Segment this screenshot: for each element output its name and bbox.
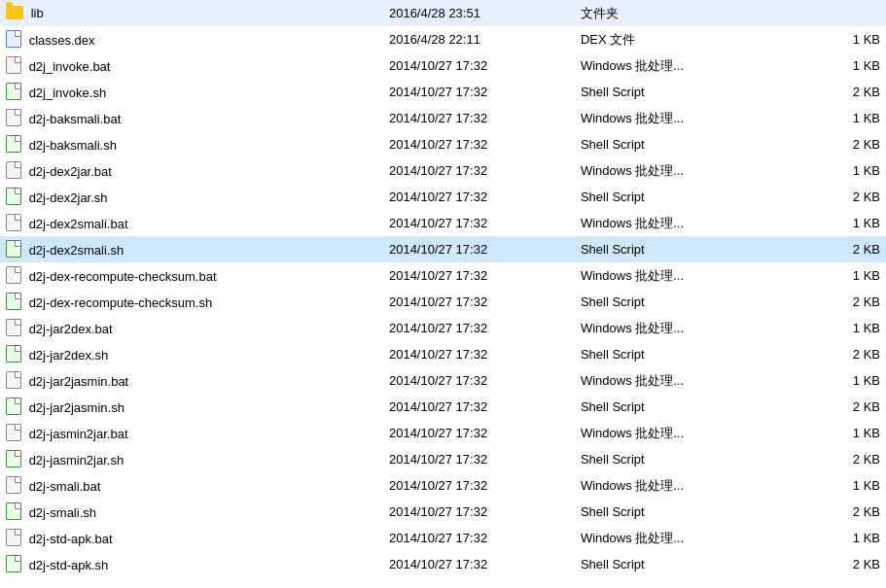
file-size: 2 KB <box>791 79 887 105</box>
file-date: 2014/10/27 17:32 <box>383 79 575 105</box>
table-row[interactable]: d2j-jasmin2jar.sh 2014/10/27 17:32 Shell… <box>0 446 886 472</box>
file-size: 2 KB <box>791 446 887 472</box>
file-size: 1 KB <box>791 157 887 184</box>
table-row[interactable]: d2j-jasmin2jar.bat 2014/10/27 17:32 Wind… <box>0 420 886 446</box>
file-name-cell: d2j-jar2dex.bat <box>0 315 383 341</box>
sh-icon <box>6 188 21 205</box>
sh-icon <box>6 398 21 415</box>
file-name-cell: d2j-smali.bat <box>0 472 383 499</box>
file-name-cell: d2j-jasmin2jar.sh <box>0 446 383 472</box>
file-name-cell: d2j-dex2jar.sh <box>0 184 383 210</box>
file-name: d2j-jasmin2jar.bat <box>29 426 128 440</box>
bat-icon <box>6 476 21 494</box>
file-size: 1 KB <box>791 105 887 131</box>
table-row[interactable]: d2j-jar2dex.bat 2014/10/27 17:32 Windows… <box>0 315 886 341</box>
file-name: d2j-dex-recompute-checksum.bat <box>29 268 217 283</box>
file-type: Shell Script <box>575 289 791 315</box>
file-date: 2014/10/27 17:32 <box>383 105 575 131</box>
table-row[interactable]: d2j-dex-recompute-checksum.sh 2014/10/27… <box>0 289 886 315</box>
sh-icon <box>6 450 21 467</box>
bat-icon <box>6 319 21 336</box>
file-size: 2 KB <box>791 184 887 210</box>
table-row[interactable]: lib 2016/4/28 23:51 文件夹 <box>0 0 886 26</box>
file-name-cell: d2j-jasmin2jar.bat <box>0 420 383 446</box>
bat-icon <box>6 424 21 441</box>
file-type: Shell Script <box>575 499 791 525</box>
table-row[interactable]: d2j-smali.bat 2014/10/27 17:32 Windows 批… <box>0 472 886 499</box>
file-name-cell: d2j-dex-recompute-checksum.bat <box>0 262 383 289</box>
table-row[interactable]: d2j-smali.sh 2014/10/27 17:32 Shell Scri… <box>0 499 886 525</box>
table-row[interactable]: d2j_invoke.sh 2014/10/27 17:32 Shell Scr… <box>0 79 886 105</box>
file-date: 2014/10/27 17:32 <box>383 499 575 525</box>
table-row[interactable]: d2j-baksmali.bat 2014/10/27 17:32 Window… <box>0 105 886 131</box>
file-date: 2014/10/27 17:32 <box>383 525 575 551</box>
file-date: 2014/10/27 17:32 <box>383 315 575 341</box>
file-name-cell: classes.dex <box>0 26 383 52</box>
file-date: 2014/10/27 17:32 <box>383 394 575 420</box>
file-type: Windows 批处理... <box>575 262 791 289</box>
file-name-cell: d2j-std-apk.sh <box>0 551 383 577</box>
file-type: DEX 文件 <box>575 26 791 52</box>
file-name: d2j-baksmali.bat <box>29 111 122 125</box>
file-date: 2014/10/27 17:32 <box>383 236 575 262</box>
table-row[interactable]: d2j-std-apk.sh 2014/10/27 17:32 Shell Sc… <box>0 551 886 577</box>
file-name-cell: d2j-dex2jar.bat <box>0 157 383 184</box>
bat-icon <box>6 529 21 546</box>
file-size: 1 KB <box>791 26 887 52</box>
file-name: d2j-jasmin2jar.sh <box>29 452 124 467</box>
file-name-cell: d2j-dex2smali.bat <box>0 210 383 236</box>
file-size: 2 KB <box>791 551 887 577</box>
file-name: classes.dex <box>29 32 95 47</box>
file-date: 2014/10/27 17:32 <box>383 472 575 499</box>
file-name: d2j-std-apk.sh <box>29 557 109 571</box>
file-date: 2016/4/28 22:11 <box>383 26 575 52</box>
file-name-cell: d2j_invoke.sh <box>0 79 383 105</box>
file-date: 2014/10/27 17:32 <box>383 367 575 394</box>
file-type: Windows 批处理... <box>575 210 791 236</box>
table-row[interactable]: d2j_invoke.bat 2014/10/27 17:32 Windows … <box>0 52 886 79</box>
table-row[interactable]: d2j-std-apk.bat 2014/10/27 17:32 Windows… <box>0 525 886 551</box>
file-name-cell: d2j-dex-recompute-checksum.sh <box>0 289 383 315</box>
file-date: 2014/10/27 17:32 <box>383 184 575 210</box>
sh-icon <box>6 345 21 363</box>
file-name-cell: lib <box>0 0 383 26</box>
file-date: 2014/10/27 17:32 <box>383 262 575 289</box>
file-name-cell: d2j-smali.sh <box>0 499 383 525</box>
file-type: Windows 批处理... <box>575 420 791 446</box>
file-type: Windows 批处理... <box>575 472 791 499</box>
sh-icon <box>6 240 21 258</box>
sh-icon <box>6 293 21 310</box>
bat-icon <box>6 214 21 231</box>
file-size: 2 KB <box>791 499 887 525</box>
table-row[interactable]: d2j-dex2smali.bat 2014/10/27 17:32 Windo… <box>0 210 886 236</box>
file-type: 文件夹 <box>575 0 791 26</box>
file-size: 1 KB <box>791 262 887 289</box>
table-row[interactable]: d2j-jar2jasmin.sh 2014/10/27 17:32 Shell… <box>0 394 886 420</box>
file-size: 1 KB <box>791 420 887 446</box>
file-size <box>791 0 887 26</box>
file-size: 2 KB <box>791 236 887 262</box>
table-row[interactable]: d2j-dex2jar.sh 2014/10/27 17:32 Shell Sc… <box>0 184 886 210</box>
table-row[interactable]: d2j-dex-recompute-checksum.bat 2014/10/2… <box>0 262 886 289</box>
table-row[interactable]: d2j-baksmali.sh 2014/10/27 17:32 Shell S… <box>0 131 886 157</box>
file-date: 2014/10/27 17:32 <box>383 210 575 236</box>
folder-icon <box>6 6 23 19</box>
file-type: Shell Script <box>575 131 791 157</box>
file-type: Shell Script <box>575 184 791 210</box>
file-type: Windows 批处理... <box>575 367 791 394</box>
file-date: 2014/10/27 17:32 <box>383 420 575 446</box>
file-date: 2016/4/28 23:51 <box>383 0 575 26</box>
bat-icon <box>6 56 21 74</box>
table-row[interactable]: d2j-jar2jasmin.bat 2014/10/27 17:32 Wind… <box>0 367 886 394</box>
file-name: d2j-jar2dex.sh <box>29 347 109 362</box>
bat-icon <box>6 109 21 126</box>
file-size: 2 KB <box>791 394 887 420</box>
table-row[interactable]: d2j-jar2dex.sh 2014/10/27 17:32 Shell Sc… <box>0 341 886 367</box>
file-date: 2014/10/27 17:32 <box>383 446 575 472</box>
table-row[interactable]: d2j-dex2smali.sh 2014/10/27 17:32 Shell … <box>0 236 886 262</box>
file-type: Shell Script <box>575 79 791 105</box>
table-row[interactable]: d2j-dex2jar.bat 2014/10/27 17:32 Windows… <box>0 157 886 184</box>
sh-icon <box>6 83 21 100</box>
table-row[interactable]: classes.dex 2016/4/28 22:11 DEX 文件 1 KB <box>0 26 886 52</box>
file-name: d2j-dex2smali.sh <box>29 242 124 257</box>
